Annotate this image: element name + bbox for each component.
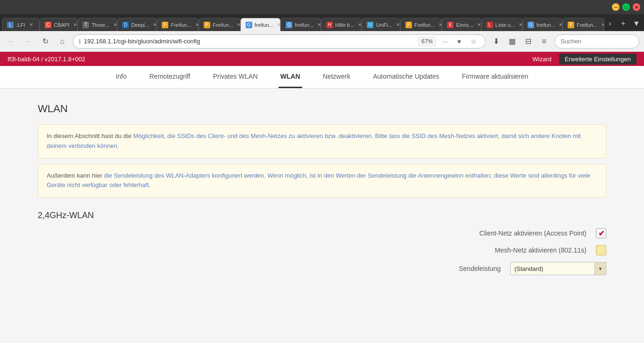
maximize-button[interactable]: □ (622, 3, 630, 11)
browser-tab[interactable]: F Freifun... ✕ (562, 18, 604, 31)
tab-label: Freifun... (577, 22, 597, 28)
info-box-1: In diesem Abschnitt hast du die Möglichk… (38, 124, 606, 158)
close-button[interactable]: ✕ (633, 3, 640, 11)
tab-close-button[interactable]: ✕ (517, 22, 522, 28)
tab-close-button[interactable]: ✕ (557, 22, 562, 28)
tab-favicon: D (122, 22, 129, 28)
tab-label: Deepl... (131, 22, 149, 28)
router-header-right: Wizard Erweiterte Einstellungen (532, 54, 636, 65)
tab-bar-controls: › + ▼ (604, 18, 642, 31)
nav-item-netzwerk[interactable]: Netzwerk (321, 66, 352, 88)
tab-close-button[interactable]: ✕ (112, 22, 117, 28)
tab-close-button[interactable]: ✕ (476, 22, 481, 28)
content-area: WLAN In diesem Abschnitt hast du die Mög… (0, 89, 644, 343)
browser-tab[interactable]: L .LFI ✕ (2, 18, 40, 31)
library-button[interactable]: ▦ (505, 35, 519, 48)
browser-tab[interactable]: E Einric... ✕ (442, 18, 481, 31)
sendeleistung-select-wrapper: (Standard) 1 dBm 2 dBm 3 dBm 4 dBm 5 dBm… (510, 262, 606, 275)
browser-tab[interactable]: U UniFi... ✕ (362, 18, 400, 31)
tab-close-button[interactable]: ✕ (316, 22, 321, 28)
tab-label: .LFI (16, 22, 25, 28)
url-actions: ··· ♥ ☆ (439, 35, 479, 48)
info-box-2-link[interactable]: die Sendeleistung des WLAN-Adapters konf… (47, 172, 590, 189)
forward-button[interactable]: → (22, 35, 35, 48)
tab-favicon: G (246, 22, 252, 28)
more-options-button[interactable]: ··· (439, 35, 451, 48)
form-row-mesh-net: Mesh-Netz aktivieren (802.11s) (38, 245, 606, 255)
browser-menu-button[interactable]: ≡ (537, 35, 551, 48)
browser-tab[interactable]: F Freifun... ✕ (400, 18, 442, 31)
sendeleistung-dropdown-arrow[interactable]: ▼ (595, 262, 606, 275)
tab-close-button[interactable]: ✕ (235, 22, 240, 28)
browser-tab[interactable]: H Hilfe b... ✕ (321, 18, 362, 31)
nav-item-remotezugriff[interactable]: Remotezugriff (148, 66, 192, 88)
new-tab-button[interactable]: + (618, 18, 629, 29)
more-tabs-button[interactable]: › (604, 18, 616, 29)
browser-tab[interactable]: F Freifun... ✕ (198, 18, 240, 31)
page-title: WLAN (38, 103, 606, 115)
tab-menu-button[interactable]: ▼ (631, 18, 642, 29)
tab-favicon: C (45, 22, 51, 28)
info-box-2: Außerdem kann hier die Sendeleistung des… (38, 164, 606, 198)
tab-close-button[interactable]: ✕ (275, 22, 281, 28)
browser-titlebar: ─ □ ✕ (0, 0, 644, 14)
tab-close-button[interactable]: ✕ (72, 22, 77, 28)
nav-item-automatische-updates[interactable]: Automatische Updates (371, 66, 441, 88)
tab-label: freifun... (295, 22, 314, 28)
address-bar: ← → ↻ ⌂ ℹ 192.168.1.1/cgi-bin/gluon/admi… (0, 31, 644, 52)
tab-close-button[interactable]: ✕ (151, 22, 157, 28)
sendeleistung-select[interactable]: (Standard) 1 dBm 2 dBm 3 dBm 4 dBm 5 dBm… (510, 262, 595, 275)
tab-close-button[interactable]: ✕ (356, 22, 362, 28)
client-net-checkbox[interactable]: ✔ (596, 228, 606, 238)
tab-favicon: U (367, 22, 373, 28)
mesh-net-label: Mesh-Netz aktivieren (802.11s) (454, 246, 596, 254)
tab-favicon: F (162, 22, 168, 28)
nav-item-privates-wlan[interactable]: Privates WLAN (211, 66, 260, 88)
browser-tab[interactable]: G freifun... ✕ (281, 18, 321, 31)
tab-bar: L .LFI ✕ C CBAPI ✕ T Three... ✕ D Deepl.… (0, 14, 644, 31)
minimize-button[interactable]: ─ (612, 3, 619, 11)
nav-item-firmware[interactable]: Firmware aktualisieren (460, 66, 530, 88)
download-button[interactable]: ⬇ (489, 35, 503, 48)
tab-favicon: E (447, 22, 454, 28)
tab-label: freifun... (537, 22, 555, 28)
forward-icon: → (25, 37, 32, 46)
reload-button[interactable]: ↻ (39, 35, 52, 48)
lock-icon: ℹ (79, 38, 81, 45)
browser-tab[interactable]: G freifun... ✕ (522, 18, 563, 31)
home-icon: ⌂ (60, 37, 65, 46)
tab-favicon: F (204, 22, 210, 28)
advanced-settings-button[interactable]: Erweiterte Einstellungen (559, 54, 636, 65)
layout-button[interactable]: ⊟ (521, 35, 535, 48)
browser-tab[interactable]: C CBAPI ✕ (40, 18, 77, 31)
browser-tab[interactable]: T Three... ✕ (77, 18, 117, 31)
tab-label: Freifun... (414, 22, 435, 28)
search-input[interactable] (554, 34, 639, 49)
nav-item-info[interactable]: Info (114, 66, 128, 88)
reload-icon: ↻ (42, 37, 49, 46)
browser-tab[interactable]: F Freifun... ✕ (157, 18, 198, 31)
tab-favicon: G (286, 22, 292, 28)
tab-close-button[interactable]: ✕ (437, 22, 442, 28)
home-button[interactable]: ⌂ (56, 35, 69, 48)
browser-tab-active[interactable]: G freifun... ✕ (240, 18, 281, 31)
bookmark-star-button[interactable]: ☆ (467, 35, 479, 48)
mesh-net-checkbox[interactable] (596, 245, 606, 255)
tab-label: Hilfe b... (335, 22, 354, 28)
browser-tab[interactable]: D Deepl... ✕ (117, 18, 157, 31)
tab-close-button[interactable]: ✕ (600, 22, 604, 28)
wizard-link[interactable]: Wizard (532, 56, 551, 63)
tab-label: Freifun... (171, 22, 191, 28)
tab-close-button[interactable]: ✕ (395, 22, 400, 28)
browser-tab[interactable]: L Liste u... ✕ (481, 18, 522, 31)
tab-close-button[interactable]: ✕ (194, 22, 198, 28)
back-button[interactable]: ← (5, 35, 18, 48)
nav-item-wlan[interactable]: WLAN (279, 66, 302, 88)
url-bar[interactable]: ℹ 192.168.1.1/cgi-bin/gluon/admin/wifi-c… (73, 34, 486, 49)
router-title: ff3l-baldi-04 / v2017.1.8+002 (8, 56, 85, 63)
checkbox-tick-icon: ✔ (598, 229, 604, 238)
tab-close-button[interactable]: ✕ (28, 22, 34, 28)
sendeleistung-label: Sendeleistung (369, 265, 510, 272)
tab-label: Freifun... (213, 22, 233, 28)
bookmark-heart-button[interactable]: ♥ (453, 35, 465, 48)
